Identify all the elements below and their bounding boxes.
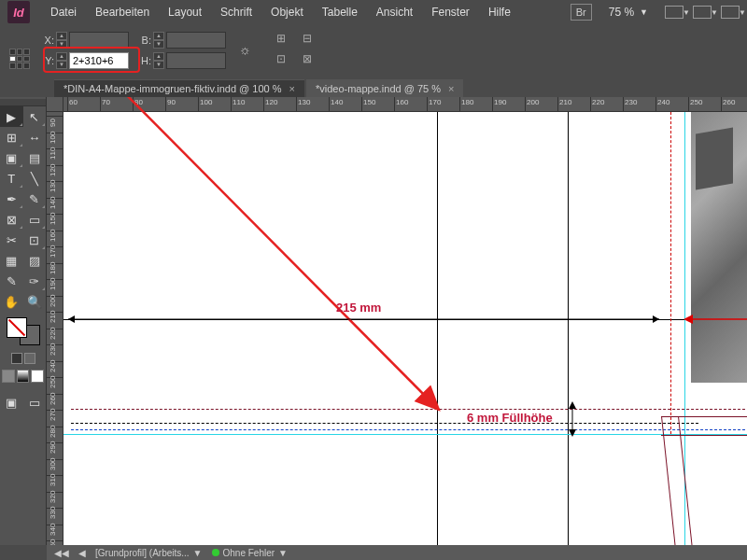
apply-gradient[interactable] (17, 370, 30, 383)
document-tab-bar: *DIN-A4-Mappe-immogruen-fiktiv.indd @ 10… (0, 77, 747, 97)
h-label: H: (138, 55, 151, 66)
rectangle-tool[interactable]: ▭ (23, 209, 47, 230)
rectangle-frame-tool[interactable]: ⊠ (0, 209, 23, 230)
menu-object[interactable]: Objekt (261, 2, 313, 22)
app-icon: Id (7, 1, 30, 23)
chevron-down-icon: ▼ (640, 7, 648, 17)
reference-point[interactable] (9, 49, 30, 69)
preflight-profile[interactable]: [Grundprofil] (Arbeits... ▼ (95, 548, 203, 558)
gap-tool[interactable]: ↔ (23, 127, 47, 147)
menu-window[interactable]: Fenster (422, 2, 479, 22)
w-stepper[interactable]: ▲▼ (153, 32, 164, 49)
page-nav-prev[interactable]: ◀◀ (54, 548, 69, 558)
view-mode-preview[interactable]: ▭ (23, 392, 47, 413)
dimension-label-215: 215 mm (336, 301, 381, 315)
apply-text[interactable] (24, 353, 35, 364)
h-stepper[interactable]: ▲▼ (153, 52, 164, 69)
ruler-origin[interactable] (47, 97, 63, 112)
align-btn-1[interactable]: ⊞ (273, 32, 289, 49)
toolbox: ▶↖ ⊞↔ ▣▤ T╲ ✒✎ ⊠▭ ✂⊡ ▦▨ ✎✑ ✋🔍 ▣▭ (0, 97, 47, 545)
errors-label: Ohne Fehler (223, 548, 275, 558)
horizontal-ruler[interactable]: 6070809010011012013014015016017018019020… (63, 97, 747, 112)
menu-view[interactable]: Ansicht (367, 2, 422, 22)
note-tool[interactable]: ✎ (0, 271, 23, 291)
document-tab-1[interactable]: *DIN-A4-Mappe-immogruen-fiktiv.indd @ 10… (54, 79, 304, 97)
vertical-ruler[interactable]: 9010011012013014015016017018019020021022… (47, 112, 63, 545)
align-group: ⊞ ⊟ ⊡ ⊠ (273, 32, 316, 69)
y-label: Y: (41, 55, 54, 66)
pencil-tool[interactable]: ✎ (23, 189, 47, 209)
view-mode-normal[interactable]: ▣ (0, 392, 23, 413)
fill-stroke-swatch[interactable] (7, 317, 40, 345)
pen-tool[interactable]: ✒ (0, 189, 23, 209)
scissors-tool[interactable]: ✂ (0, 230, 23, 250)
status-bar: ◀◀ ◀ [Grundprofil] (Arbeits... ▼ Ohne Fe… (47, 545, 747, 560)
menu-type[interactable]: Schrift (211, 2, 261, 22)
page-nav-back[interactable]: ◀ (78, 548, 86, 558)
close-icon[interactable]: × (289, 83, 295, 94)
transform-tool[interactable]: ⊡ (23, 230, 47, 250)
placed-image (691, 112, 747, 383)
tab-label: *video-mappe.indd @ 75 % (316, 83, 441, 94)
menu-table[interactable]: Tabelle (313, 2, 367, 22)
w-input[interactable] (166, 32, 226, 49)
workspace-button[interactable]: ▼ (721, 6, 740, 19)
close-icon[interactable]: × (448, 83, 454, 94)
menu-edit[interactable]: Bearbeiten (86, 2, 159, 22)
eyedropper-tool[interactable]: ✑ (23, 271, 47, 291)
content-placer-tool[interactable]: ▤ (23, 147, 47, 168)
menu-help[interactable]: Hilfe (479, 2, 520, 22)
bridge-button[interactable]: Br (571, 4, 592, 21)
content-collector-tool[interactable]: ▣ (0, 147, 23, 168)
apply-none[interactable] (31, 370, 44, 383)
dimension-label-6mm: 6 mm Füllhöhe (467, 411, 553, 425)
y-input[interactable] (69, 52, 129, 69)
control-bar: X: ▲▼ Y: ▲▼ B: ▲▼ H: ▲▼ ☼ ⊞ ⊟ ⊡ ⊠ (0, 24, 747, 77)
screen-mode-button[interactable]: ▼ (665, 6, 684, 19)
selection-tool[interactable]: ▶ (0, 106, 23, 127)
type-tool[interactable]: T (0, 168, 23, 189)
x-stepper[interactable]: ▲▼ (56, 32, 67, 49)
h-input[interactable] (166, 52, 226, 69)
menu-layout[interactable]: Layout (159, 2, 211, 22)
gradient-swatch-tool[interactable]: ▦ (0, 250, 23, 271)
document-tab-2[interactable]: *video-mappe.indd @ 75 % × (306, 79, 464, 97)
x-input[interactable] (69, 32, 129, 49)
apply-color[interactable] (2, 370, 15, 383)
x-label: X: (41, 35, 54, 46)
align-btn-3[interactable]: ⊡ (273, 52, 289, 69)
zoom-tool[interactable]: 🔍 (23, 291, 47, 312)
chevron-down-icon: ▼ (193, 548, 203, 558)
zoom-value: 75 % (609, 6, 634, 19)
preflight-status[interactable]: Ohne Fehler ▼ (212, 548, 289, 558)
y-stepper[interactable]: ▲▼ (56, 52, 67, 69)
profile-label: [Grundprofil] (Arbeits... (95, 548, 190, 558)
workspace: ▶↖ ⊞↔ ▣▤ T╲ ✒✎ ⊠▭ ✂⊡ ▦▨ ✎✑ ✋🔍 ▣▭ 6070809… (0, 97, 747, 545)
w-label: B: (138, 35, 151, 46)
status-dot-ok (212, 549, 219, 556)
line-tool[interactable]: ╲ (23, 168, 47, 189)
menu-file[interactable]: Datei (41, 2, 86, 22)
tab-label: *DIN-A4-Mappe-immogruen-fiktiv.indd @ 10… (63, 83, 282, 94)
page[interactable] (63, 112, 747, 545)
direct-selection-tool[interactable]: ↖ (23, 106, 47, 127)
brightness-icon[interactable]: ☼ (239, 42, 256, 59)
panel-handle[interactable] (0, 99, 46, 106)
apply-container[interactable] (11, 353, 22, 364)
chevron-down-icon: ▼ (278, 548, 288, 558)
gradient-feather-tool[interactable]: ▨ (23, 250, 47, 271)
align-btn-4[interactable]: ⊠ (299, 52, 316, 69)
hand-tool[interactable]: ✋ (0, 291, 23, 312)
align-btn-2[interactable]: ⊟ (299, 32, 316, 49)
canvas[interactable]: 6070809010011012013014015016017018019020… (47, 97, 747, 545)
page-tool[interactable]: ⊞ (0, 127, 23, 147)
menu-bar: Id Datei Bearbeiten Layout Schrift Objek… (0, 0, 747, 24)
zoom-level[interactable]: 75 % ▼ (601, 6, 655, 19)
arrange-button[interactable]: ▼ (693, 6, 712, 19)
